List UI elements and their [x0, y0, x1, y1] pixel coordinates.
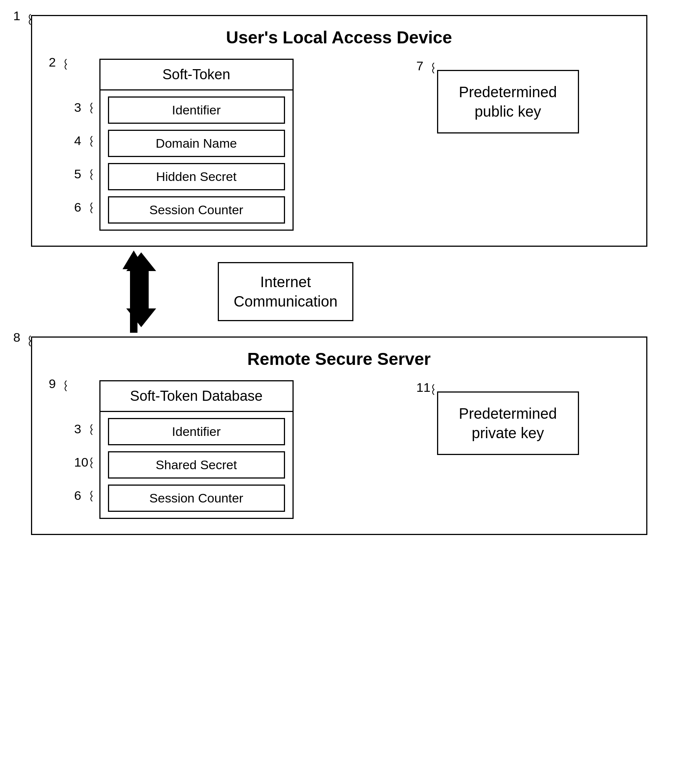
svg-marker-3	[126, 253, 156, 271]
hidden-secret-item: Hidden Secret	[108, 163, 285, 190]
squiggle-11	[420, 383, 439, 396]
identifier-row: 3 Identifier	[101, 97, 292, 124]
squiggle-6b	[78, 490, 97, 503]
soft-token-container: Soft-Token 3 Identifier 4	[100, 59, 294, 231]
private-key-label: Predetermined private key	[459, 405, 557, 441]
session-counter-bot-row: 6 Session Counter	[101, 485, 292, 512]
public-key-area: 7 Predetermined public key	[437, 62, 602, 134]
bottom-box: 8 Remote Secure Server 9 Soft-Token Data…	[31, 337, 647, 535]
middle-section: InternetCommunication	[31, 247, 647, 337]
public-key-label: Predetermined public key	[459, 84, 557, 120]
svg-marker-4	[126, 309, 156, 327]
hidden-secret-row: 5 Hidden Secret	[101, 163, 292, 190]
squiggle-4	[78, 135, 97, 148]
arrow-svg	[123, 251, 160, 329]
soft-token-db-title: Soft-Token Database	[101, 381, 292, 412]
bottom-box-content: 9 Soft-Token Database 3 Identifier	[47, 380, 631, 519]
soft-token-db-area: 9 Soft-Token Database 3 Identifier	[70, 380, 294, 519]
public-key-box: Predetermined public key	[437, 70, 579, 134]
session-counter-top-row: 6 Session Counter	[101, 196, 292, 224]
internet-comm-label: InternetCommunication	[234, 274, 338, 310]
session-counter-bot-item: Session Counter	[108, 485, 285, 512]
squiggle-3t	[78, 102, 97, 115]
soft-token-db-container: Soft-Token Database 3 Identifier 10	[100, 380, 294, 519]
svg-rect-2	[134, 269, 149, 314]
identifier-item: Identifier	[108, 97, 285, 124]
private-key-area: 11 Predetermined private key	[437, 384, 602, 455]
squiggle-8	[16, 334, 35, 349]
shared-secret-row: 10 Shared Secret	[101, 451, 292, 479]
shared-secret-item: Shared Secret	[108, 451, 285, 479]
squiggle-5	[78, 168, 97, 181]
top-box-content: 2 Soft-Token 3 Identifier	[47, 59, 631, 231]
diagram-wrapper: 1 User's Local Access Device 2 Soft-Toke…	[22, 15, 656, 769]
squiggle-10	[78, 457, 97, 469]
squiggle-1	[16, 12, 35, 27]
db-identifier-item: Identifier	[108, 418, 285, 445]
squiggle-3b	[78, 423, 97, 436]
soft-token-title: Soft-Token	[101, 60, 292, 90]
soft-token-area: 2 Soft-Token 3 Identifier	[70, 59, 294, 231]
squiggle-6t	[78, 201, 97, 215]
squiggle-9	[52, 379, 71, 393]
squiggle-2	[52, 58, 71, 71]
top-box-title: User's Local Access Device	[47, 27, 631, 47]
session-counter-top-item: Session Counter	[108, 196, 285, 224]
internet-communication-box: InternetCommunication	[218, 262, 354, 321]
top-box: 1 User's Local Access Device 2 Soft-Toke…	[31, 15, 647, 247]
db-identifier-row: 3 Identifier	[101, 418, 292, 445]
domain-name-row: 4 Domain Name	[101, 130, 292, 157]
bottom-box-title: Remote Secure Server	[47, 349, 631, 369]
private-key-box: Predetermined private key	[437, 391, 579, 455]
domain-name-item: Domain Name	[108, 130, 285, 157]
squiggle-7	[420, 62, 439, 75]
